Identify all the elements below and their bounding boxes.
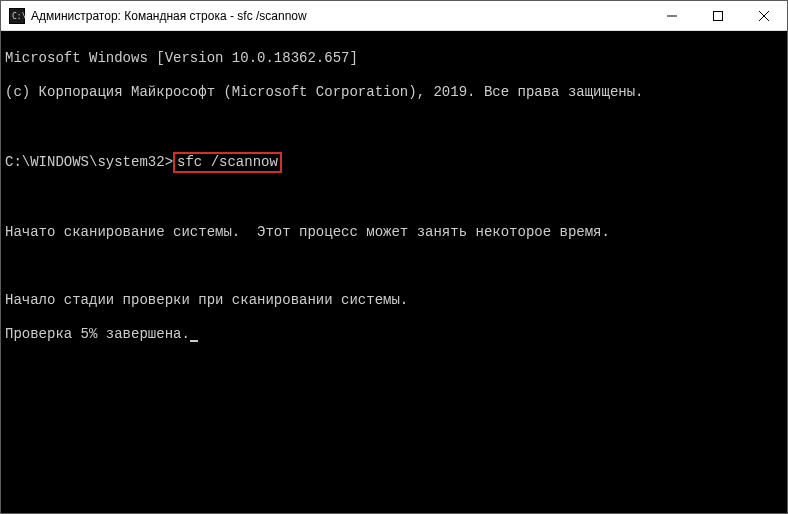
minimize-button[interactable] xyxy=(649,1,695,30)
window-title: Администратор: Командная строка - sfc /s… xyxy=(31,9,649,23)
console-line: Проверка 5% завершена. xyxy=(5,326,783,343)
console-line: Начато сканирование системы. Этот процес… xyxy=(5,224,783,241)
progress-text: Проверка 5% завершена. xyxy=(5,326,190,342)
maximize-button[interactable] xyxy=(695,1,741,30)
console-output[interactable]: Microsoft Windows [Version 10.0.18362.65… xyxy=(1,31,787,513)
console-line xyxy=(5,118,783,135)
console-line xyxy=(5,190,783,207)
cursor-icon xyxy=(190,340,198,342)
prompt-line: C:\WINDOWS\system32>sfc /scannow xyxy=(5,152,783,173)
titlebar[interactable]: C:\ Администратор: Командная строка - sf… xyxy=(1,1,787,31)
console-line xyxy=(5,258,783,275)
svg-text:C:\: C:\ xyxy=(12,12,25,21)
window-controls xyxy=(649,1,787,30)
command-highlight: sfc /scannow xyxy=(173,152,282,173)
close-button[interactable] xyxy=(741,1,787,30)
prompt-path: C:\WINDOWS\system32> xyxy=(5,154,173,171)
cmd-icon: C:\ xyxy=(9,8,25,24)
console-line: (c) Корпорация Майкрософт (Microsoft Cor… xyxy=(5,84,783,101)
svg-rect-4 xyxy=(714,11,723,20)
console-line: Microsoft Windows [Version 10.0.18362.65… xyxy=(5,50,783,67)
console-line: Начало стадии проверки при сканировании … xyxy=(5,292,783,309)
command-prompt-window: C:\ Администратор: Командная строка - sf… xyxy=(0,0,788,514)
